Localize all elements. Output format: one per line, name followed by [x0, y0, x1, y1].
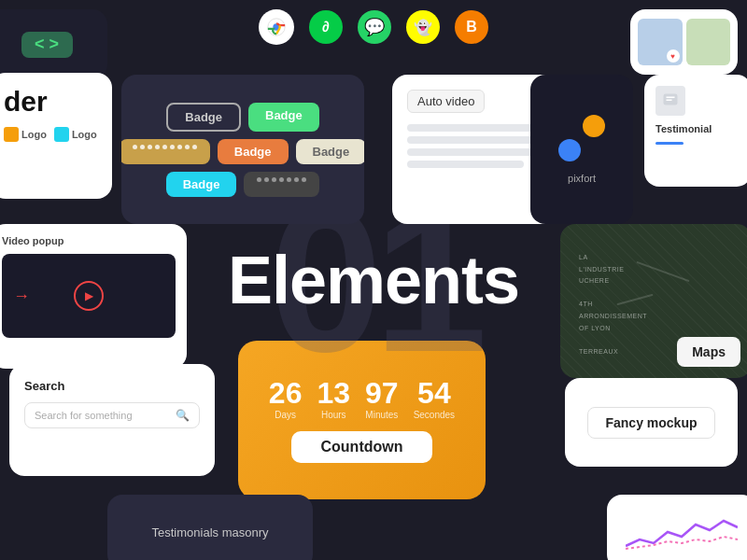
pixfort-text: pixfort [568, 173, 596, 184]
badge-cyan-1[interactable]: Badge [166, 172, 237, 197]
logo-2: Logo [54, 127, 97, 142]
image-thumbs-card: ♥ [630, 9, 738, 75]
image-thumb-2 [686, 19, 731, 65]
video-arrow-icon: → [13, 287, 30, 306]
maps-label: Maps [677, 337, 740, 367]
testimonial-card: Testimonial [644, 75, 747, 187]
badge-gray-1[interactable]: Badge [296, 139, 365, 164]
pixfort-card: pixfort [530, 75, 633, 224]
auto-video-label: Auto video [407, 90, 485, 113]
code-bracket-icon: < > [21, 32, 73, 58]
badge-row-2: Badge Badge [121, 139, 364, 164]
countdown-seconds-label: Secondes [414, 410, 455, 420]
badges-card: Badge Badge Badge Badge Badge [121, 75, 364, 224]
badge-dots-1[interactable] [121, 139, 210, 164]
fancy-mockup-label: Fancy mockup [587, 407, 714, 439]
search-card: Search Search for something 🔍 [9, 364, 215, 476]
video-popup-label: Video popup [2, 235, 176, 246]
badge-row-3: Badge [166, 172, 320, 197]
social-icons-row: ∂ 💬 👻 B [259, 9, 488, 45]
testimonial-icon [655, 86, 685, 116]
badge-orange-1[interactable]: Badge [218, 139, 289, 164]
badge-row-1: Badge Badge [166, 103, 318, 132]
graph-card [607, 495, 747, 560]
countdown-button[interactable]: Countdown [291, 431, 433, 463]
play-button[interactable]: ▶ [74, 281, 104, 311]
builder-text: der [4, 86, 99, 118]
chrome-icon[interactable] [259, 9, 294, 45]
testimonials-masonry-label: Testimonials masonry [152, 525, 269, 539]
code-bracket-card: < > [0, 9, 107, 79]
badge-dots-2[interactable] [244, 172, 319, 197]
pixfort-circle-blue [558, 139, 581, 161]
pixfort-shapes [558, 115, 605, 161]
testimonials-masonry-card: Testimonials masonry [107, 495, 313, 560]
search-placeholder: Search for something [35, 410, 170, 421]
video-popup-card: Video popup → ▶ [0, 224, 187, 369]
builder-card: der Logo Logo [0, 73, 112, 199]
badge-green-1[interactable]: Badge [248, 103, 319, 132]
video-thumbnail[interactable]: → ▶ [2, 254, 176, 338]
image-thumb-1: ♥ [638, 19, 683, 65]
graph-svg [626, 513, 738, 551]
whatsapp-icon[interactable]: 💬 [358, 10, 391, 44]
map-overlay-text: LAL'INDUSTRIEUCHERE4THARRONDISSEMENTOF L… [579, 252, 647, 357]
logo-row: Logo Logo [4, 127, 99, 142]
pixfort-circle-yellow [583, 115, 605, 137]
search-label: Search [24, 379, 200, 393]
testimonial-label: Testimonial [655, 123, 740, 134]
search-icon: 🔍 [176, 409, 190, 422]
snapchat-icon[interactable]: 👻 [406, 10, 440, 44]
countdown-days-label: Days [275, 410, 296, 420]
badge-outline-1[interactable]: Badge [166, 103, 241, 132]
countdown-minutes-label: Minutes [365, 410, 398, 420]
maps-card: LAL'INDUSTRIEUCHERE4THARRONDISSEMENTOF L… [560, 224, 747, 378]
logo-1: Logo [4, 127, 47, 142]
countdown-hours-label: Hours [321, 410, 346, 420]
blogger-icon[interactable]: B [455, 10, 488, 44]
fancy-mockup-card: Fancy mockup [565, 378, 738, 467]
testimonial-line [655, 142, 684, 145]
deviantart-icon[interactable]: ∂ [309, 10, 343, 44]
page-title: Elements [228, 242, 519, 318]
heart-icon: ♥ [667, 49, 680, 63]
content-line-4 [407, 161, 524, 168]
search-input-wrap[interactable]: Search for something 🔍 [24, 402, 200, 428]
